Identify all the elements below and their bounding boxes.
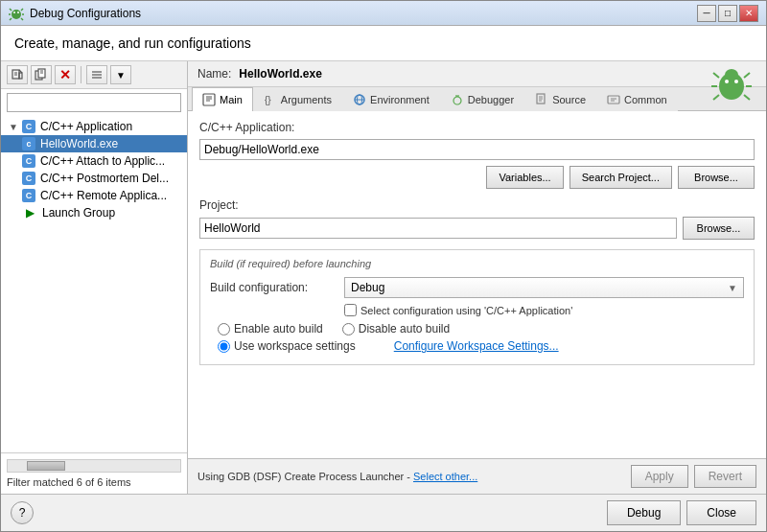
enable-auto-build-radio[interactable] [218, 323, 230, 335]
launch-group-label: Launch Group [42, 206, 115, 220]
title-bar: Debug Configurations ─ □ ✕ [1, 1, 766, 26]
browse-project-button[interactable]: Browse... [683, 217, 755, 240]
svg-text:{}: {} [265, 95, 271, 105]
dialog-header: Create, manage, and run configurations [1, 26, 766, 61]
disable-auto-build-radio[interactable] [342, 323, 355, 335]
bottom-bar: Using GDB (DSF) Create Process Launcher … [188, 458, 766, 494]
common-tab-icon [607, 93, 620, 106]
tab-main-label: Main [220, 94, 243, 105]
dropdown-arrow-icon: ▼ [728, 283, 737, 293]
svg-point-1 [13, 12, 15, 13]
left-panel: ✕ ▼ ▼ C C/C++ Application [1, 61, 188, 494]
collapse-all-button[interactable] [86, 65, 107, 84]
tab-environment[interactable]: Environment [342, 87, 440, 111]
tree-item-attach[interactable]: ▶ C C/C++ Attach to Applic... [1, 152, 187, 170]
svg-line-13 [713, 73, 719, 78]
build-config-dropdown[interactable]: Debug ▼ [344, 277, 744, 298]
name-label: Name: [198, 67, 231, 81]
svg-rect-21 [19, 73, 22, 79]
postmortem-label: C/C++ Postmortem Del... [40, 172, 169, 185]
workspace-radio-row: Use workspace settings Configure Workspa… [210, 339, 744, 353]
minimize-button[interactable]: ─ [697, 5, 716, 22]
launch-group-icon: ▶ [22, 206, 37, 220]
environment-tab-icon [353, 93, 366, 106]
right-panel: Name: HelloWorld.exe Main {} Arguments E… [188, 61, 766, 494]
svg-line-4 [21, 9, 23, 11]
tab-arguments-label: Arguments [281, 94, 332, 105]
svg-rect-31 [203, 94, 215, 105]
search-project-button[interactable]: Search Project... [569, 166, 672, 189]
tree-item-remote[interactable]: ▶ C C/C++ Remote Applica... [1, 187, 187, 204]
delete-config-button[interactable]: ✕ [55, 65, 76, 84]
apply-button[interactable]: Apply [631, 465, 688, 488]
attach-icon: C [22, 154, 35, 168]
revert-button[interactable]: Revert [694, 465, 756, 488]
cpp-app-button-row: Variables... Search Project... Browse... [199, 166, 755, 189]
build-section-title: Build (if required) before launching [210, 258, 744, 269]
use-workspace-radio[interactable] [218, 340, 230, 353]
disable-auto-build-option: Disable auto build [342, 322, 450, 335]
cpp-app-input-row [199, 139, 755, 160]
svg-line-14 [744, 73, 750, 78]
duplicate-config-button[interactable] [31, 65, 52, 84]
window-close-button[interactable]: ✕ [739, 5, 758, 22]
close-dialog-button[interactable]: Close [686, 500, 756, 525]
cpp-app-section-label: C/C++ Application: [199, 121, 755, 134]
footer-buttons: Debug Close [607, 500, 756, 525]
tab-environment-label: Environment [370, 94, 430, 105]
cpp-app-icon: C [22, 120, 35, 133]
tree-group-cpp-app[interactable]: ▼ C C/C++ Application [1, 118, 187, 135]
tab-source[interactable]: Source [524, 87, 596, 111]
build-config-row: Build configuration: Debug ▼ [210, 277, 744, 298]
left-bottom: Filter matched 6 of 6 items [1, 452, 187, 494]
config-name-value: HelloWorld.exe [239, 67, 321, 81]
helloworld-config-icon: c [22, 137, 35, 150]
cpp-app-input[interactable] [199, 139, 755, 160]
project-row: Browse... [199, 217, 755, 240]
enable-auto-build-option: Enable auto build [218, 322, 323, 335]
menu-button[interactable]: ▼ [110, 65, 131, 84]
tree-item-launch-group[interactable]: ▶ ▶ Launch Group [1, 204, 187, 221]
debug-button[interactable]: Debug [607, 500, 681, 525]
tree-item-postmortem[interactable]: ▶ C C/C++ Postmortem Del... [1, 170, 187, 187]
tree-expand-arrow: ▼ [9, 122, 22, 132]
tab-source-label: Source [552, 94, 586, 105]
select-config-checkbox[interactable] [344, 304, 357, 316]
disable-auto-build-label: Disable auto build [359, 322, 450, 335]
use-workspace-option: Use workspace settings [218, 339, 356, 353]
tab-arguments[interactable]: {} Arguments [253, 87, 342, 111]
bug-header-icon [710, 62, 753, 104]
main-tab-icon [202, 93, 216, 106]
project-section-label: Project: [199, 198, 755, 212]
new-config-button[interactable] [7, 65, 28, 84]
svg-rect-46 [608, 96, 619, 104]
tree-item-helloworld[interactable]: c HelloWorld.exe [1, 135, 187, 152]
configuration-tree: ▼ C C/C++ Application c HelloWorld.exe ▶… [1, 116, 187, 452]
tab-debugger-label: Debugger [468, 94, 514, 105]
svg-point-39 [453, 97, 461, 104]
horizontal-scrollbar[interactable] [7, 459, 181, 473]
svg-line-3 [10, 9, 12, 11]
tab-debugger[interactable]: Debugger [440, 87, 524, 111]
tab-common[interactable]: Common [596, 87, 678, 111]
arguments-tab-icon: {} [264, 93, 277, 106]
svg-point-0 [12, 10, 21, 19]
maximize-button[interactable]: □ [718, 5, 737, 22]
project-input[interactable] [199, 218, 677, 239]
search-input[interactable] [8, 94, 180, 111]
enable-auto-build-label: Enable auto build [234, 322, 323, 335]
remote-icon: C [22, 189, 35, 202]
help-button[interactable]: ? [11, 501, 34, 524]
dialog-body: ✕ ▼ ▼ C C/C++ Application [1, 61, 766, 494]
configure-workspace-link[interactable]: Configure Workspace Settings... [394, 339, 559, 353]
build-section: Build (if required) before launching Bui… [199, 249, 755, 365]
search-box[interactable] [7, 93, 181, 112]
browse-app-button[interactable]: Browse... [678, 166, 755, 189]
toolbar-separator [81, 66, 81, 83]
tab-main[interactable]: Main [192, 87, 253, 111]
variables-button[interactable]: Variables... [486, 166, 563, 189]
build-radio-row: Enable auto build Disable auto build [210, 322, 744, 335]
scrollbar-thumb[interactable] [27, 461, 65, 471]
title-bar-controls: ─ □ ✕ [697, 5, 758, 22]
select-other-link[interactable]: Select other... [413, 471, 477, 482]
